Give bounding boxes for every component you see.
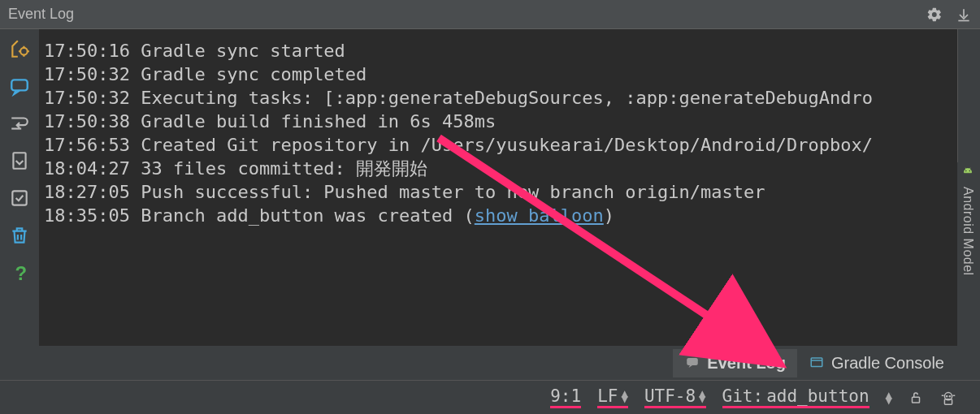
log-line: 18:27:05 Push successful: Pushed master … <box>44 180 952 204</box>
tab-gradle-console[interactable]: Gradle Console <box>797 349 956 377</box>
panel-title: Event Log <box>8 6 74 23</box>
encoding[interactable]: UTF-8 ▲▼ <box>644 386 706 408</box>
right-sidebar: Android Model <box>957 162 978 349</box>
tab-label: Gradle Console <box>831 354 944 373</box>
svg-rect-3 <box>11 80 28 90</box>
log-line: 17:50:32 Executing tasks: [:app:generate… <box>44 86 952 110</box>
show-balloon-link[interactable]: show balloon <box>475 205 604 226</box>
svg-point-8 <box>965 170 967 172</box>
cursor-pos-value: 9:1 <box>550 386 581 406</box>
git-spinner[interactable]: ▲▼ <box>886 392 892 403</box>
chat-icon <box>684 356 700 370</box>
tab-event-log[interactable]: Event Log <box>673 349 797 377</box>
svg-point-9 <box>969 170 971 172</box>
balloon-icon[interactable] <box>7 73 33 99</box>
log-area[interactable]: 17:50:16 Gradle sync started 17:50:32 Gr… <box>39 29 957 346</box>
encoding-value: UTF-8 <box>644 386 696 406</box>
log-line: 18:35:05 Branch add_button was created (… <box>44 204 952 227</box>
status-bar: 9:1 LF ▲▼ UTF-8 ▲▼ Git: add_button ▲▼ <box>0 380 980 414</box>
settings-icon[interactable] <box>7 36 33 62</box>
log-toolbar: ? <box>0 29 39 346</box>
git-branch-widget[interactable]: Git: add_button <box>722 386 869 408</box>
log-line: 18:04:27 33 files committed: 開発開始 <box>44 157 952 180</box>
console-icon <box>809 356 825 370</box>
panel-actions <box>926 6 972 23</box>
line-ending[interactable]: LF ▲▼ <box>597 386 628 408</box>
svg-point-19 <box>949 395 950 396</box>
svg-rect-5 <box>13 153 25 169</box>
panel-body: ? 17:50:16 Gradle sync started 17:50:32 … <box>0 29 980 346</box>
hide-icon[interactable] <box>956 6 972 23</box>
bottom-tabs: Event Log Gradle Console <box>0 346 980 380</box>
svg-rect-11 <box>811 358 822 367</box>
line-ending-value: LF <box>597 386 618 406</box>
help-icon[interactable]: ? <box>7 260 33 286</box>
android-icon <box>960 167 975 182</box>
svg-rect-6 <box>12 191 26 205</box>
soft-wrap-icon[interactable] <box>7 110 33 136</box>
svg-rect-13 <box>913 397 920 403</box>
scroll-end-icon[interactable] <box>7 148 33 174</box>
log-text: ) <box>604 205 614 226</box>
svg-text:?: ? <box>15 262 28 283</box>
gear-icon[interactable] <box>926 6 943 23</box>
cursor-position[interactable]: 9:1 <box>550 386 581 408</box>
svg-rect-10 <box>687 358 699 365</box>
svg-point-18 <box>947 395 947 396</box>
log-text: 18:35:05 Branch add_button was created ( <box>44 205 475 226</box>
spinner-icon: ▲▼ <box>699 390 705 402</box>
tab-label: Event Log <box>707 354 786 373</box>
git-branch-name: add_button <box>766 386 869 406</box>
log-line: 17:50:38 Gradle build finished in 6s 458… <box>44 110 952 133</box>
log-line: 17:50:32 Gradle sync completed <box>44 63 952 86</box>
spinner-icon: ▲▼ <box>621 390 627 402</box>
inspector-icon[interactable] <box>939 389 957 407</box>
log-line: 17:50:16 Gradle sync started <box>44 39 952 63</box>
android-model-tab[interactable]: Android Model <box>960 187 975 276</box>
event-log-header: Event Log <box>0 0 980 29</box>
select-all-icon[interactable] <box>7 185 33 211</box>
trash-icon[interactable] <box>7 222 33 248</box>
lock-icon[interactable] <box>908 390 923 406</box>
log-line: 17:56:53 Created Git repository in /User… <box>44 133 952 157</box>
spinner-icon: ▲▼ <box>886 392 892 403</box>
svg-point-2 <box>20 48 28 55</box>
git-label: Git: <box>722 386 764 406</box>
